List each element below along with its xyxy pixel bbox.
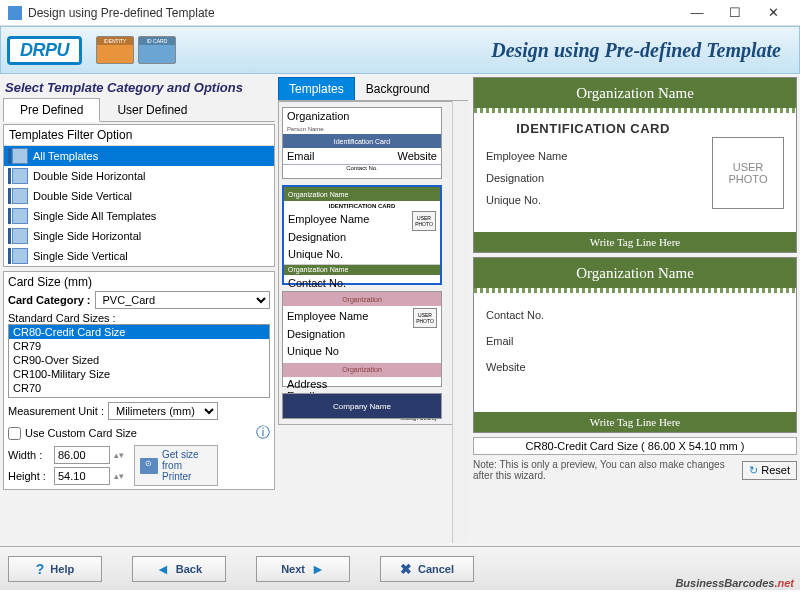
preview-tagline: Write Tag Line Here: [474, 232, 796, 252]
drpu-logo: DRPU: [7, 36, 82, 65]
width-input[interactable]: [54, 446, 110, 464]
template-icon: [8, 188, 28, 204]
template-icon: [8, 208, 28, 224]
titlebar: Design using Pre-defined Template — ☐ ✕: [0, 0, 800, 26]
height-label: Height :: [8, 470, 50, 482]
reset-button[interactable]: ↻Reset: [742, 461, 797, 480]
card-category-label: Card Category :: [8, 294, 91, 306]
std-size-item[interactable]: CR79: [9, 339, 269, 353]
button-label: Back: [176, 563, 202, 575]
help-icon: ?: [36, 561, 45, 577]
help-button[interactable]: ?Help: [8, 556, 102, 582]
measurement-select[interactable]: Milimeters (mm): [108, 402, 218, 420]
filter-label: Double Side Vertical: [33, 190, 132, 202]
button-label: Help: [50, 563, 74, 575]
tab-background[interactable]: Background: [355, 77, 441, 100]
watermark: BusinessBarcodes.net: [675, 570, 794, 592]
filter-all-templates[interactable]: All Templates: [4, 146, 274, 166]
banner-card-icon: IDENTITY: [96, 36, 134, 64]
preview-id-title: IDENTIFICATION CARD: [486, 121, 700, 136]
template-icon: [8, 148, 28, 164]
filter-label: All Templates: [33, 150, 98, 162]
button-label: Cancel: [418, 563, 454, 575]
preview-field: Website: [486, 361, 784, 373]
refresh-icon: ↻: [749, 464, 758, 477]
printer-icon: [140, 458, 158, 474]
arrow-left-icon: ◄: [156, 561, 170, 577]
tab-templates[interactable]: Templates: [278, 77, 355, 100]
template-thumbnail[interactable]: Organization Employee NameDesignationUni…: [282, 291, 442, 387]
info-icon[interactable]: ⓘ: [256, 424, 270, 442]
std-size-item[interactable]: CR80-Credit Card Size: [9, 325, 269, 339]
preview-card-front: Organization Name IDENTIFICATION CARD Em…: [473, 77, 797, 253]
measurement-label: Measurement Unit :: [8, 405, 104, 417]
preview-field: Contact No.: [486, 309, 784, 321]
printer-button-label: Get size from Printer: [162, 449, 212, 482]
filter-double-vertical[interactable]: Double Side Vertical: [4, 186, 274, 206]
card-size-title: Card Size (mm): [8, 275, 270, 289]
section-title: Select Template Category and Options: [3, 77, 275, 98]
banner-cards: IDENTITY ID CARD: [96, 36, 176, 64]
filter-single-horizontal[interactable]: Single Side Horizontal: [4, 226, 274, 246]
filter-single-vertical[interactable]: Single Side Vertical: [4, 246, 274, 266]
preview-field: Email: [486, 335, 784, 347]
std-sizes-list[interactable]: CR80-Credit Card Size CR79 CR90-Over Siz…: [8, 324, 270, 398]
preview-tagline: Write Tag Line Here: [474, 412, 796, 432]
back-button[interactable]: ◄Back: [132, 556, 226, 582]
maximize-button[interactable]: ☐: [716, 1, 754, 25]
card-category-select[interactable]: PVC_Card: [95, 291, 270, 309]
card-size-display: CR80-Credit Card Size ( 86.00 X 54.10 mm…: [473, 437, 797, 455]
preview-note: Note: This is only a preview, You can al…: [473, 459, 736, 481]
tab-user-defined[interactable]: User Defined: [100, 98, 204, 121]
cancel-button[interactable]: ✖Cancel: [380, 556, 474, 582]
banner-card-icon: ID CARD: [138, 36, 176, 64]
tab-pre-defined[interactable]: Pre Defined: [3, 98, 100, 122]
minimize-button[interactable]: —: [678, 1, 716, 25]
window-title: Design using Pre-defined Template: [28, 6, 678, 20]
card-size-box: Card Size (mm) Card Category : PVC_Card …: [3, 271, 275, 490]
std-size-item[interactable]: CR90-Over Sized: [9, 353, 269, 367]
template-thumbnail[interactable]: Organization Person Name Identification …: [282, 107, 442, 179]
template-thumbnails: Organization Person Name Identification …: [278, 101, 468, 425]
filter-label: Single Side All Templates: [33, 210, 156, 222]
filter-box: Templates Filter Option All Templates Do…: [3, 124, 275, 267]
std-size-item[interactable]: CR70: [9, 381, 269, 395]
thumbnail-scrollbar[interactable]: [452, 101, 468, 543]
template-thumbnail-selected[interactable]: Organization Name IDENTIFICATION CARD Em…: [282, 185, 442, 285]
button-label: Next: [281, 563, 305, 575]
banner-title: Design using Pre-defined Template: [491, 39, 781, 62]
bottom-bar: ?Help ◄Back Next► ✖Cancel BusinessBarcod…: [0, 546, 800, 590]
preview-field: Designation: [486, 172, 700, 184]
preview-org-name: Organization Name: [474, 78, 796, 108]
get-size-from-printer-button[interactable]: Get size from Printer: [134, 445, 218, 486]
arrow-right-icon: ►: [311, 561, 325, 577]
user-photo-placeholder: USERPHOTO: [712, 137, 784, 209]
filter-label: Single Side Horizontal: [33, 230, 141, 242]
custom-size-checkbox[interactable]: [8, 427, 21, 440]
reset-label: Reset: [761, 464, 790, 476]
template-icon: [8, 228, 28, 244]
template-thumbnail[interactable]: Company Name: [282, 393, 442, 419]
close-button[interactable]: ✕: [754, 1, 792, 25]
preview-field: Unique No.: [486, 194, 700, 206]
preview-card-back: Organization Name Contact No. Email Webs…: [473, 257, 797, 433]
height-input[interactable]: [54, 467, 110, 485]
std-size-item[interactable]: CR100-Military Size: [9, 367, 269, 381]
custom-size-label: Use Custom Card Size: [25, 427, 137, 439]
filter-single-all[interactable]: Single Side All Templates: [4, 206, 274, 226]
app-icon: [8, 6, 22, 20]
template-icon: [8, 248, 28, 264]
next-button[interactable]: Next►: [256, 556, 350, 582]
preview-org-name: Organization Name: [474, 258, 796, 288]
filter-label: Double Side Horizontal: [33, 170, 146, 182]
cancel-icon: ✖: [400, 561, 412, 577]
filter-title: Templates Filter Option: [4, 125, 274, 146]
banner: DRPU IDENTITY ID CARD Design using Pre-d…: [0, 26, 800, 74]
width-label: Width :: [8, 449, 50, 461]
preview-field: Employee Name: [486, 150, 700, 162]
filter-double-horizontal[interactable]: Double Side Horizontal: [4, 166, 274, 186]
std-sizes-label: Standard Card Sizes :: [8, 312, 270, 324]
template-icon: [8, 168, 28, 184]
filter-label: Single Side Vertical: [33, 250, 128, 262]
